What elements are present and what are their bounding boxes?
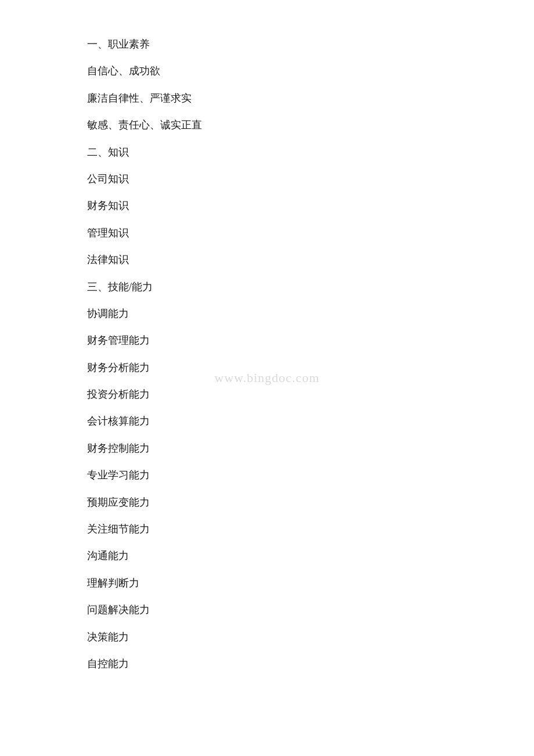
section-3-item-1: 协调能力 xyxy=(87,304,447,323)
section-1-item-3: 敏感、责任心、诚实正直 xyxy=(87,116,447,134)
section-3-item-12: 问题解决能力 xyxy=(87,600,447,619)
section-3-item-8: 预期应变能力 xyxy=(87,493,447,512)
section-2-item-3: 管理知识 xyxy=(87,224,447,242)
section-3-item-3: 财务分析能力 xyxy=(87,358,447,377)
section-3-item-11: 理解判断力 xyxy=(87,574,447,592)
section-3-item-7: 专业学习能力 xyxy=(87,466,447,484)
section-3-item-14: 自控能力 xyxy=(87,654,447,673)
section-2-heading: 二、知识 xyxy=(87,143,447,161)
section-3-item-6: 财务控制能力 xyxy=(87,439,447,458)
section-3-item-9: 关注细节能力 xyxy=(87,520,447,538)
section-3-item-5: 会计核算能力 xyxy=(87,412,447,430)
section-3-heading: 三、技能/能力 xyxy=(87,278,447,296)
section-1-item-1: 自信心、成功欲 xyxy=(87,62,447,80)
content-list: 一、职业素养 自信心、成功欲 廉洁自律性、严谨求实 敏感、责任心、诚实正直 二、… xyxy=(87,35,447,673)
section-3-item-2: 财务管理能力 xyxy=(87,331,447,350)
section-2-item-4: 法律知识 xyxy=(87,250,447,269)
section-3-item-10: 沟通能力 xyxy=(87,546,447,565)
section-3-item-13: 决策能力 xyxy=(87,628,447,646)
section-2-item-1: 公司知识 xyxy=(87,170,447,188)
page-container: www.bingdoc.com 一、职业素养 自信心、成功欲 廉洁自律性、严谨求… xyxy=(0,0,534,756)
section-1-heading: 一、职业素养 xyxy=(87,35,447,53)
section-3-item-4: 投资分析能力 xyxy=(87,385,447,404)
section-1-item-2: 廉洁自律性、严谨求实 xyxy=(87,89,447,107)
section-2-item-2: 财务知识 xyxy=(87,196,447,215)
